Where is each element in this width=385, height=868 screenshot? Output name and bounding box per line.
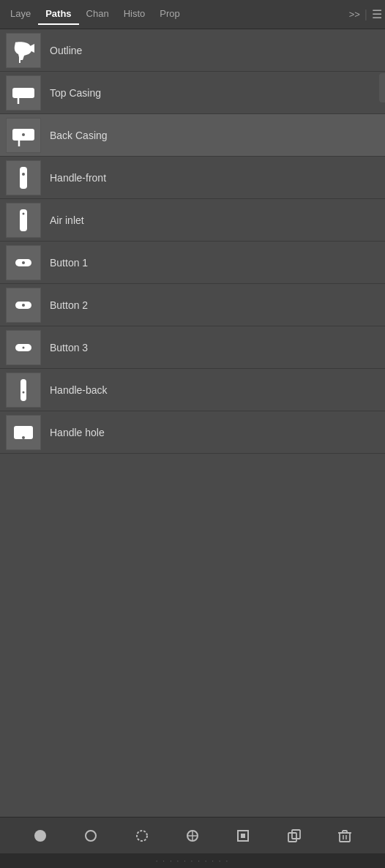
delete-path-btn[interactable] (334, 826, 355, 846)
svg-point-13 (22, 304, 25, 307)
path-name-handle-front: Handle-front (50, 172, 106, 184)
svg-rect-16 (20, 379, 26, 401)
path-name-back-casing: Back Casing (50, 130, 108, 141)
paths-panel: Laye Paths Chan Histo Prop >> | ☰ Outlin… (0, 0, 385, 868)
path-item-button-1[interactable]: Button 1 (0, 242, 385, 284)
svg-rect-1 (12, 88, 34, 98)
tab-divider: | (365, 8, 367, 21)
path-thumbnail-outline (6, 33, 41, 68)
tab-overflow-btn[interactable]: >> (349, 9, 360, 20)
fill-circle-btn[interactable] (30, 826, 51, 846)
path-thumbnail-back-casing (6, 118, 41, 153)
dotted-circle-btn[interactable] (132, 826, 152, 846)
svg-point-17 (23, 391, 25, 393)
svg-point-4 (22, 133, 25, 136)
svg-point-19 (22, 436, 25, 439)
path-item-handle-back[interactable]: Handle-back (0, 369, 385, 411)
svg-point-22 (137, 831, 147, 841)
circle-btn[interactable] (81, 826, 101, 846)
right-edge-indicator (379, 73, 385, 102)
path-name-handle-back: Handle-back (50, 384, 108, 396)
tab-history[interactable]: Histo (116, 4, 153, 25)
tab-overflow: >> | ☰ (349, 7, 382, 21)
path-list: Outline Top Casing Back Casing (0, 29, 385, 524)
path-item-handle-hole[interactable]: Handle hole (0, 411, 385, 454)
tab-layers[interactable]: Laye (3, 4, 38, 25)
svg-rect-27 (241, 834, 245, 838)
path-item-button-3[interactable]: Button 3 (0, 326, 385, 369)
path-name-button-3: Button 3 (50, 342, 88, 353)
bottom-strip: · · · · · · · · · · · (0, 853, 385, 868)
tab-menu-icon[interactable]: ☰ (372, 7, 382, 21)
path-name-button-2: Button 2 (50, 299, 88, 311)
path-name-top-casing: Top Casing (50, 87, 101, 99)
path-thumbnail-handle-hole (6, 415, 41, 450)
path-item-top-casing[interactable]: Top Casing (0, 72, 385, 114)
path-thumbnail-top-casing (6, 75, 41, 111)
path-thumbnail-handle-front (6, 160, 41, 195)
copy-path-btn[interactable] (284, 826, 304, 846)
record-btn[interactable] (233, 826, 253, 846)
svg-rect-32 (343, 831, 347, 833)
path-item-air-inlet[interactable]: Air inlet (0, 199, 385, 242)
crosshair-btn[interactable] (182, 826, 203, 846)
path-name-handle-hole: Handle hole (50, 427, 105, 438)
svg-point-20 (34, 830, 46, 842)
svg-point-11 (22, 261, 25, 264)
svg-rect-6 (20, 167, 27, 189)
empty-area (0, 524, 385, 817)
tab-properties[interactable]: Prop (152, 4, 187, 25)
tab-paths[interactable]: Paths (38, 4, 78, 25)
tab-channels[interactable]: Chan (79, 4, 116, 25)
path-thumbnail-button-1 (6, 245, 41, 280)
path-item-handle-front[interactable]: Handle-front (0, 157, 385, 199)
path-thumbnail-air-inlet (6, 203, 41, 238)
path-item-back-casing[interactable]: Back Casing (0, 114, 385, 157)
bottom-strip-dots: · · · · · · · · · · · (156, 857, 229, 865)
path-name-outline: Outline (50, 45, 82, 56)
path-name-air-inlet: Air inlet (50, 214, 84, 226)
path-thumbnail-button-3 (6, 330, 41, 365)
path-thumbnail-button-2 (6, 288, 41, 323)
path-thumbnail-handle-back (6, 373, 41, 408)
svg-point-21 (86, 831, 96, 841)
svg-rect-30 (340, 833, 350, 842)
path-item-outline[interactable]: Outline (0, 29, 385, 72)
path-item-button-2[interactable]: Button 2 (0, 284, 385, 326)
tab-bar: Laye Paths Chan Histo Prop >> | ☰ (0, 0, 385, 29)
svg-point-15 (23, 346, 25, 348)
svg-point-7 (22, 173, 25, 176)
bottom-toolbar (0, 817, 385, 853)
path-name-button-1: Button 1 (50, 257, 88, 269)
svg-point-9 (23, 212, 25, 214)
